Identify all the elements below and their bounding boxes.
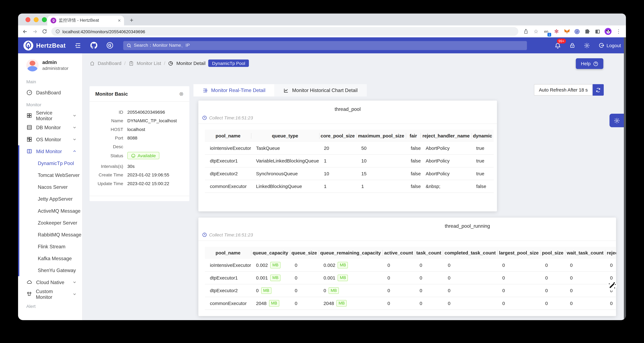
sidebar-item-custom-monitor[interactable]: Custom Monitor [18, 288, 82, 300]
cell: AbortPolicy [421, 167, 471, 180]
breadcrumb-dashboard[interactable]: DashBoard [98, 61, 122, 66]
sidebar-subitem-zookeeper[interactable]: Zookeeper Server [18, 217, 82, 229]
cell: 0 [540, 284, 565, 297]
page-scrollbar[interactable] [624, 37, 626, 320]
close-icon[interactable]: ⊗ [179, 91, 184, 97]
sidebar-subitem-nacos[interactable]: Nacos Server [18, 181, 82, 193]
github-icon[interactable] [90, 42, 97, 49]
tab-historical-chart[interactable]: Monitor Historical Chart Detail [274, 84, 367, 96]
cell: 1 [319, 155, 356, 167]
cell: 0 [605, 259, 616, 271]
field-label: Update Time [90, 181, 123, 186]
cell: VariableLinkedBlockingQueue [251, 155, 319, 167]
table-row: dtpExecutor2SynchronousQueue1015falseAbo… [205, 167, 494, 180]
sidebar-subitem-dynamictp-pool[interactable]: DynamicTp Pool [18, 157, 82, 169]
sidebar-subitem-tomcat[interactable]: Tomcat WebServer [18, 169, 82, 181]
minimize-window-button[interactable] [34, 17, 39, 22]
column-header: largest_pool_size [498, 247, 540, 259]
chevron-down-icon [73, 137, 76, 141]
sidepanel-icon[interactable] [594, 28, 601, 35]
table-row: dtpExecutor1 0.001MB 0 0.001MB 0 0 0 0 0… [205, 271, 616, 284]
clock-icon [202, 232, 207, 237]
flower-extension-icon[interactable]: ✻ [553, 28, 560, 35]
tab-realtime-detail[interactable]: Monitor Real-Time Detail [194, 84, 274, 96]
forward-icon[interactable] [32, 28, 38, 34]
mid-monitor-icon [26, 148, 32, 154]
auto-refresh-label[interactable]: Auto Refresh After 18 s [534, 84, 593, 96]
sidebar-item-db-monitor[interactable]: DB Monitor [18, 121, 82, 133]
logout-button[interactable]: Logout [598, 42, 621, 48]
sidebar-item-os-monitor[interactable]: OS Monitor [18, 133, 82, 145]
bookmark-star-icon[interactable]: ☆ [533, 28, 539, 35]
blue-circle-extension-icon[interactable] [574, 28, 580, 35]
sidebar-subitem-flink[interactable]: Flink Stream [18, 241, 82, 252]
logout-icon [598, 42, 604, 48]
thread-pool-table: pool_name queue_type core_pool_size maxi… [205, 130, 494, 193]
reload-icon[interactable] [42, 29, 47, 34]
settings-button[interactable] [584, 42, 590, 49]
back-icon[interactable] [22, 28, 28, 34]
cell: LinkedBlockingQueue [251, 180, 319, 193]
browser-tab[interactable]: 监控详情 - HertzBeat × [47, 15, 124, 25]
url-bar[interactable]: localhost:4200/monitors/205540620349696 [51, 27, 518, 36]
cell: false [471, 180, 494, 193]
cell: TaskQueue [251, 142, 319, 155]
new-tab-button[interactable]: + [130, 16, 134, 24]
user-avatar [26, 59, 39, 71]
profile-avatar[interactable] [604, 28, 612, 35]
sidebar: admin administrator Main DashBoard Monit… [18, 53, 82, 320]
brand-name: HertzBeat [36, 42, 66, 49]
cell: SynchronousQueue [251, 167, 319, 180]
os-grid-icon [26, 136, 32, 142]
refresh-button[interactable] [593, 84, 604, 96]
lock-button[interactable] [569, 42, 576, 48]
table-row: ioIntensiveExecutorTaskQueue2050falseAbo… [205, 142, 494, 155]
cell: 0 [443, 284, 498, 297]
close-window-button[interactable] [26, 17, 30, 22]
help-button[interactable]: Help [576, 58, 604, 69]
theme-settings-fab[interactable] [610, 114, 624, 127]
unit-tag: MB [261, 287, 272, 294]
monitor-basic-panel: Monitor Basic ⊗ ID205540620349696 NameDY… [90, 86, 189, 201]
breadcrumb-monitor-list[interactable]: Monitor List [136, 61, 161, 66]
browser-toolbar: localhost:4200/monitors/205540620349696 … [18, 25, 626, 37]
cloud-icon [26, 279, 32, 285]
maximize-window-button[interactable] [42, 17, 47, 22]
sidebar-subitem-shenyu[interactable]: ShenYu Gateway [18, 264, 82, 276]
search-input[interactable]: Search：Monitor Name、IP [123, 41, 527, 50]
cell: dtpExecutor1 [205, 155, 251, 167]
cell: 0 [540, 297, 565, 310]
sidebar-item-service-monitor[interactable]: Service Monitor [18, 110, 82, 121]
chevron-down-icon [73, 114, 76, 117]
column-header: wait_task_count [565, 247, 605, 259]
status-text: Available [138, 153, 156, 158]
metric-group-title: thread_pool [198, 101, 497, 112]
column-header: completed_task_count [443, 247, 498, 259]
sidebar-subitem-jetty[interactable]: Jetty AppServer [18, 193, 82, 205]
notifications-button[interactable]: 99+ [554, 42, 561, 49]
brand[interactable]: HertzBeat [23, 40, 66, 51]
collapse-menu-icon[interactable] [75, 42, 81, 49]
sidebar-subitem-rabbitmq[interactable]: RabbitMQ Message [18, 229, 82, 241]
cell: 15 [356, 167, 406, 180]
cell: 0 [443, 259, 498, 271]
auto-refresh-control: Auto Refresh After 18 s [534, 84, 604, 96]
sidebar-item-cloud-native[interactable]: Cloud Native [18, 276, 82, 288]
clipboard-icon [128, 60, 134, 66]
sidebar-item-dashboard[interactable]: DashBoard [18, 87, 82, 98]
sidebar-subitem-activemq[interactable]: ActiveMQ Message [18, 205, 82, 217]
tab-close-icon[interactable]: × [118, 18, 121, 23]
cell: 2048MB [318, 297, 382, 310]
translate-extension-icon[interactable]: en 1 [543, 28, 550, 35]
sidebar-item-mid-monitor[interactable]: Mid Monitor [18, 145, 82, 157]
sidebar-subitem-kafka[interactable]: Kafka Message [18, 252, 82, 264]
extensions-area: ☆ en 1 ✻ ⋮ [522, 28, 622, 35]
browser-menu-icon[interactable]: ⋮ [615, 28, 622, 35]
metamask-extension-icon[interactable] [564, 28, 570, 35]
gitee-icon[interactable] [106, 42, 113, 49]
cell: 0.002MB [318, 259, 382, 271]
field-label: Intervals(s) [90, 164, 123, 168]
puzzle-extensions-icon[interactable] [584, 28, 590, 35]
collect-time-row: Collect Time:16:51:23 [198, 229, 616, 241]
share-icon[interactable] [522, 28, 529, 35]
